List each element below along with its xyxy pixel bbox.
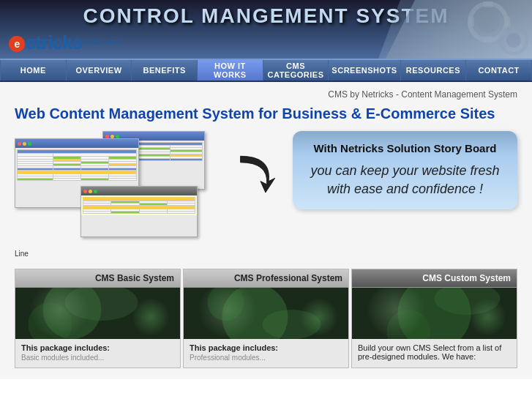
main-nav: HOME OVERVIEW BENEFITS HOW IT WORKS CMS …	[0, 59, 532, 82]
breadcrumb: CMS by Netricks - Content Management Sys…	[15, 89, 517, 100]
svg-rect-7	[468, 17, 474, 27]
nav-contact[interactable]: CONTACT	[466, 60, 532, 81]
card-basic-text: Basic modules included...	[21, 354, 174, 362]
card-professional: CMS Professional System This package inc…	[183, 269, 349, 368]
window-3-titlebar	[81, 187, 197, 195]
svg-point-19	[387, 310, 431, 339]
mockup-window-3	[80, 186, 198, 237]
svg-point-4	[506, 33, 521, 48]
nav-how-it-works[interactable]: HOW IT WORKS	[198, 60, 263, 81]
card-professional-header: CMS Professional System	[184, 269, 348, 288]
curved-arrow-icon	[234, 146, 278, 204]
main-row: Line With Netricks Solution Story Board …	[15, 131, 517, 258]
card-custom-text: Build your own CMS Select from a list of…	[358, 343, 511, 361]
logo-text: eetricks	[9, 31, 82, 54]
card-basic-image-inner	[15, 288, 180, 339]
logo-e-icon: e	[9, 36, 25, 52]
nav-screenshots[interactable]: SCREENSHOTS	[329, 60, 400, 81]
card-professional-label: This package includes:	[190, 343, 342, 352]
card-basic-header: CMS Basic System	[15, 269, 180, 288]
svg-point-16	[263, 310, 321, 339]
card-basic-image	[15, 288, 180, 339]
logo-area: eetricks solutions	[9, 31, 121, 54]
svg-rect-8	[504, 17, 510, 27]
storyboard-box: With Netricks Solution Story Board you c…	[293, 131, 517, 209]
svg-point-15	[208, 288, 244, 321]
svg-rect-5	[483, 1, 493, 7]
card-custom-header: CMS Custom System	[352, 269, 517, 288]
card-professional-text: Professional modules...	[190, 354, 342, 362]
card-basic-body: This package includes: Basic modules inc…	[15, 339, 180, 368]
card-professional-body: This package includes: Professional modu…	[184, 339, 348, 368]
nav-home[interactable]: HOME	[0, 60, 67, 81]
storyboard-title: With Netricks Solution Story Board	[306, 142, 504, 154]
card-custom-image	[352, 288, 517, 339]
screenshot-mockup: Line	[15, 131, 220, 258]
main-content: CMS by Netricks - Content Management Sys…	[0, 82, 532, 379]
storyboard-text: you can keep your website fresh with eas…	[306, 162, 504, 198]
card-basic-label: This package includes:	[21, 343, 174, 352]
mockup-label: Line	[15, 250, 220, 258]
window-1-titlebar	[15, 139, 138, 148]
arrow-container	[234, 131, 278, 204]
svg-point-11	[29, 302, 72, 339]
card-custom-body: Build your own CMS Select from a list of…	[352, 339, 517, 367]
header-gear-svg	[378, 0, 532, 59]
card-professional-image-inner	[184, 288, 348, 339]
card-professional-image	[184, 288, 348, 339]
cards-row: CMS Basic System This package includes: …	[15, 269, 517, 368]
header: CONTROL MANGEMENT SYSTEM eetricks soluti…	[0, 0, 532, 59]
svg-point-2	[477, 11, 499, 33]
nav-cms-categories[interactable]: CMS CATEGORIES	[263, 60, 329, 81]
nav-benefits[interactable]: BENEFITS	[132, 60, 198, 81]
mockup-table-1	[17, 149, 137, 181]
logo-solutions: solutions	[82, 37, 121, 46]
card-basic: CMS Basic System This package includes: …	[15, 269, 181, 368]
page-headline: Web Content Management System for Busine…	[15, 105, 517, 122]
card-custom: CMS Custom System Build your own CMS Sel…	[351, 269, 517, 368]
nav-resources[interactable]: RESOURCES	[401, 60, 467, 81]
nav-overview[interactable]: OVERVIEW	[67, 60, 132, 81]
svg-rect-6	[483, 37, 493, 42]
card-custom-image-inner	[352, 288, 517, 339]
mockup-windows	[15, 131, 220, 248]
